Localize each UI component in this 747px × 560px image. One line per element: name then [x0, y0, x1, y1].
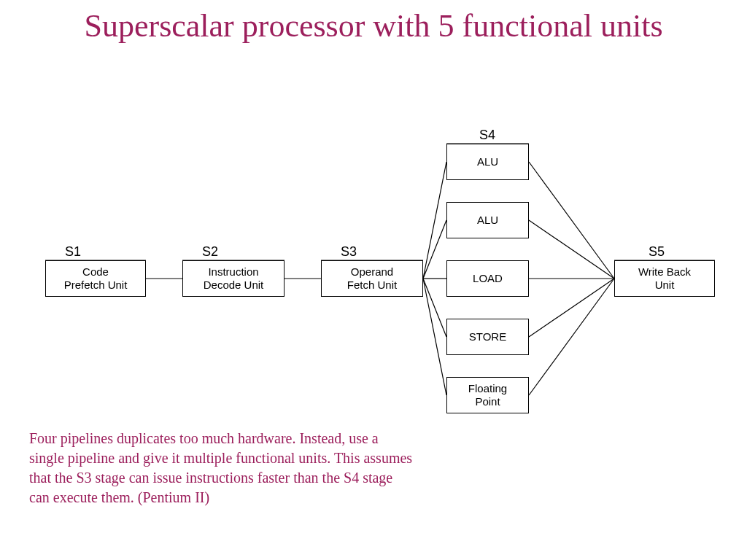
box-instruction-decode: InstructionDecode Unit: [182, 260, 285, 297]
stage-label-s2: S2: [188, 244, 232, 260]
box-code-prefetch: CodePrefetch Unit: [45, 260, 146, 297]
svg-line-11: [423, 279, 446, 395]
slide-title: Superscalar processor with 5 functional …: [0, 7, 747, 46]
svg-line-12: [529, 162, 614, 279]
svg-line-15: [529, 279, 614, 337]
svg-line-13: [529, 220, 614, 279]
stage-label-s5: S5: [635, 244, 678, 260]
stage-label-s3: S3: [327, 244, 371, 260]
box-alu-1: ALU: [446, 144, 529, 180]
svg-line-8: [423, 220, 446, 279]
svg-line-16: [529, 279, 614, 395]
stage-label-s1: S1: [51, 244, 95, 260]
slide-caption: Four pipelines duplicates too much hardw…: [29, 429, 416, 508]
svg-line-10: [423, 279, 446, 337]
box-alu-2: ALU: [446, 202, 529, 238]
box-store: STORE: [446, 319, 529, 355]
box-write-back: Write BackUnit: [614, 260, 715, 297]
box-load: LOAD: [446, 260, 529, 297]
stage-label-s4: S4: [465, 128, 509, 143]
box-floating-point: FloatingPoint: [446, 377, 529, 413]
box-operand-fetch: OperandFetch Unit: [321, 260, 423, 297]
svg-line-7: [423, 162, 446, 279]
